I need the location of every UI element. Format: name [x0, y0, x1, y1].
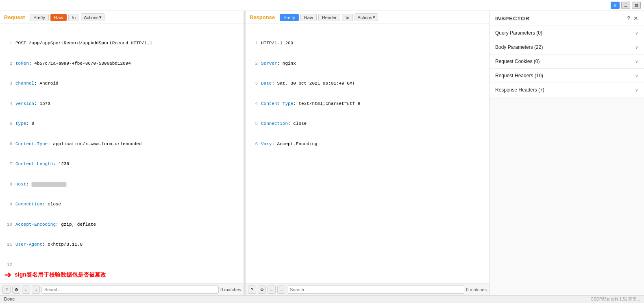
top-bar: ⊞ ☰ ▤ — [0, 0, 644, 11]
request-header: Request Pretty Raw \n Actions ▾ — [0, 11, 244, 24]
request-search-bar: ? ⚙ ← → 0 matches — [0, 283, 244, 295]
response-headers-header[interactable]: Response Headers (7) ∨ — [490, 83, 644, 97]
request-cookies-chevron: ∨ — [635, 59, 638, 64]
list-view-btn[interactable]: ☰ — [621, 2, 630, 9]
inspector-header: INSPECTOR ? ✕ — [490, 11, 644, 26]
actions-button-response[interactable]: Actions ▾ — [355, 13, 378, 21]
help-icon-btn-resp[interactable]: ? — [248, 286, 256, 294]
request-title: Request — [4, 14, 25, 20]
response-headers-chevron: ∨ — [635, 87, 638, 93]
resp-line-3: 3 Date: Sat, 30 Oct 2021 06:01:49 GMT — [250, 80, 485, 87]
request-body[interactable]: 1 POST /app/appSportRecord/appAddSportRe… — [0, 24, 244, 266]
body-params-chevron: ∨ — [635, 45, 638, 50]
prev-match-btn-req[interactable]: ← — [22, 286, 30, 294]
compact-view-btn[interactable]: ▤ — [632, 2, 641, 9]
response-search-bar: ? ⚙ ← → 0 matches — [246, 283, 489, 295]
response-body[interactable]: 1 HTTP/1.1 200 2 Server: nginx 3 Date: S… — [246, 24, 489, 156]
inspector-section-query-params: Query Parameters (0) ∨ — [490, 26, 644, 40]
req-line-3: 3 channel: Android — [4, 80, 239, 87]
body-params-label: Body Parameters (22) — [495, 44, 543, 50]
tab-pretty[interactable]: Pretty — [30, 14, 49, 21]
req-line-9: 9 Connection: close — [4, 201, 239, 208]
body-params-header[interactable]: Body Parameters (22) ∨ — [490, 40, 644, 54]
response-headers-label: Response Headers (7) — [495, 87, 544, 93]
inspector-help-btn[interactable]: ? — [627, 15, 630, 22]
inspector-close-btn[interactable]: ✕ — [633, 15, 638, 22]
matches-text-response: 0 matches — [466, 287, 487, 292]
resp-line-4: 4 Content-Type: text/html;charset=utf-8 — [250, 100, 485, 107]
inspector-section-request-headers: Request Headers (10) ∨ — [490, 69, 644, 83]
query-params-header[interactable]: Query Parameters (0) ∨ — [490, 26, 644, 40]
resp-tab-raw[interactable]: Raw — [300, 14, 317, 21]
req-line-8: 8 Host: █████████████ — [4, 181, 239, 188]
matches-text-request: 0 matches — [220, 287, 241, 292]
split-view-btn[interactable]: ⊞ — [611, 2, 620, 9]
request-headers-chevron: ∨ — [635, 73, 638, 78]
status-text: Done — [4, 296, 15, 301]
request-headers-label: Request Headers (10) — [495, 73, 543, 78]
next-match-btn-req[interactable]: → — [32, 286, 40, 294]
search-input-request[interactable] — [41, 286, 219, 294]
red-arrow-icon: ➜ — [4, 270, 11, 280]
req-line-1: 1 POST /app/appSportRecord/appAddSportRe… — [4, 40, 239, 47]
next-match-btn-resp[interactable]: → — [277, 286, 285, 294]
inspector-section-response-headers: Response Headers (7) ∨ — [490, 83, 644, 97]
resp-line-6: 6 Vary: Accept-Encoding — [250, 141, 485, 148]
response-title: Response — [250, 14, 275, 20]
req-line-11: 11 User-Agent: okhttp/3.11.0 — [4, 241, 239, 248]
req-line-10: 10 Accept-Encoding: gzip, deflate — [4, 221, 239, 228]
inspector-section-body-params: Body Parameters (22) ∨ — [490, 40, 644, 54]
chevron-down-icon-resp: ▾ — [373, 15, 375, 20]
request-cookies-header[interactable]: Request Cookies (0) ∨ — [490, 54, 644, 68]
inspector-section-request-cookies: Request Cookies (0) ∨ — [490, 54, 644, 69]
resp-tab-render[interactable]: Render — [318, 14, 340, 21]
request-panel: Request Pretty Raw \n Actions ▾ 1 POST /… — [0, 11, 244, 295]
status-bar: Done CSDP配套资料 1:51 阿里... — [0, 295, 644, 303]
resp-line-5: 5 Connection: close — [250, 120, 485, 127]
resp-tab-newline[interactable]: \n — [342, 14, 353, 21]
response-panel: Response Pretty Raw Render \n Actions ▾ … — [246, 11, 490, 295]
chevron-down-icon: ▾ — [99, 15, 102, 20]
req-line-2: 2 token: 4b57c71a-a999-4fbe-8670-5306abd… — [4, 60, 239, 67]
tab-raw[interactable]: Raw — [50, 14, 67, 21]
request-cookies-label: Request Cookies (0) — [495, 59, 540, 64]
req-line-4: 4 version: 1573 — [4, 100, 239, 107]
help-icon-btn-req[interactable]: ? — [2, 286, 11, 294]
tab-newline[interactable]: \n — [68, 14, 79, 21]
req-line-6: 6 Content-Type: application/x-www-form-u… — [4, 141, 239, 148]
inspector-icon-group: ? ✕ — [627, 15, 638, 22]
inspector-panel: INSPECTOR ? ✕ Query Parameters (0) ∨ Bod… — [490, 11, 644, 295]
settings-icon-btn-resp[interactable]: ⚙ — [258, 286, 266, 294]
search-input-response[interactable] — [287, 286, 464, 294]
query-params-chevron: ∨ — [635, 31, 638, 36]
req-line-7: 7 Content-Length: 1236 — [4, 161, 239, 168]
prev-match-btn-resp[interactable]: ← — [268, 286, 276, 294]
annotation-area: ➜ sign签名用于校验数据包是否被篡改 — [0, 266, 244, 283]
req-line-5: 5 type: 0 — [4, 120, 239, 127]
settings-icon-btn-req[interactable]: ⚙ — [12, 286, 20, 294]
annotation-text: sign签名用于校验数据包是否被篡改 — [15, 271, 106, 279]
req-line-12: 12 — [4, 262, 239, 267]
request-headers-header[interactable]: Request Headers (10) ∨ — [490, 69, 644, 83]
bottom-right-text: CSDP配套资料 1:51 阿里... — [591, 296, 640, 302]
response-header: Response Pretty Raw Render \n Actions ▾ — [246, 11, 489, 24]
inspector-title: INSPECTOR — [495, 15, 530, 22]
resp-line-2: 2 Server: nginx — [250, 60, 485, 67]
response-empty-space — [246, 156, 489, 283]
query-params-label: Query Parameters (0) — [495, 30, 542, 36]
resp-line-1: 1 HTTP/1.1 200 — [250, 40, 485, 47]
actions-button-request[interactable]: Actions ▾ — [81, 13, 104, 21]
resp-tab-pretty[interactable]: Pretty — [280, 14, 299, 21]
